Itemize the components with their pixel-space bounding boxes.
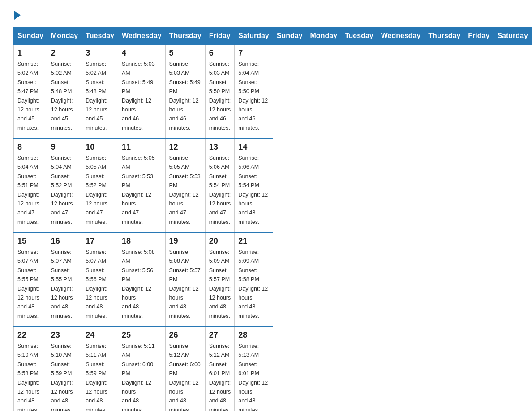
calendar-cell: 26 Sunrise: 5:12 AMSunset: 6:00 PMDaylig… bbox=[165, 326, 205, 411]
calendar-cell: 6 Sunrise: 5:03 AMSunset: 5:50 PMDayligh… bbox=[205, 45, 235, 139]
calendar-cell: 25 Sunrise: 5:11 AMSunset: 6:00 PMDaylig… bbox=[118, 326, 165, 411]
day-info: Sunrise: 5:06 AMSunset: 5:54 PMDaylight:… bbox=[209, 155, 231, 225]
column-header-saturday: Saturday bbox=[493, 27, 532, 45]
day-info: Sunrise: 5:13 AMSunset: 6:01 PMDaylight:… bbox=[238, 343, 268, 411]
day-info: Sunrise: 5:09 AMSunset: 5:58 PMDaylight:… bbox=[238, 249, 268, 319]
day-info: Sunrise: 5:10 AMSunset: 5:59 PMDaylight:… bbox=[51, 343, 73, 411]
day-info: Sunrise: 5:08 AMSunset: 5:56 PMDaylight:… bbox=[122, 249, 155, 319]
calendar-cell: 17 Sunrise: 5:07 AMSunset: 5:56 PMDaylig… bbox=[82, 232, 118, 326]
column-header-monday: Monday bbox=[306, 27, 341, 45]
day-info: Sunrise: 5:02 AMSunset: 5:48 PMDaylight:… bbox=[86, 61, 107, 131]
calendar-cell: 8 Sunrise: 5:04 AMSunset: 5:51 PMDayligh… bbox=[14, 138, 47, 232]
logo-arrow-icon bbox=[14, 11, 21, 20]
day-number: 18 bbox=[122, 236, 162, 246]
calendar-cell: 28 Sunrise: 5:13 AMSunset: 6:01 PMDaylig… bbox=[235, 326, 273, 411]
column-header-tuesday: Tuesday bbox=[341, 27, 377, 45]
calendar-cell: 11 Sunrise: 5:05 AMSunset: 5:53 PMDaylig… bbox=[118, 138, 165, 232]
day-number: 7 bbox=[238, 48, 269, 58]
day-info: Sunrise: 5:12 AMSunset: 6:00 PMDaylight:… bbox=[169, 343, 201, 411]
day-info: Sunrise: 5:07 AMSunset: 5:55 PMDaylight:… bbox=[51, 249, 73, 319]
calendar-cell: 23 Sunrise: 5:10 AMSunset: 5:59 PMDaylig… bbox=[47, 326, 82, 411]
day-info: Sunrise: 5:05 AMSunset: 5:52 PMDaylight:… bbox=[86, 155, 107, 225]
day-info: Sunrise: 5:11 AMSunset: 6:00 PMDaylight:… bbox=[122, 343, 155, 411]
day-info: Sunrise: 5:08 AMSunset: 5:57 PMDaylight:… bbox=[169, 249, 201, 319]
calendar-cell: 27 Sunrise: 5:12 AMSunset: 6:01 PMDaylig… bbox=[205, 326, 235, 411]
column-header-tuesday: Tuesday bbox=[82, 27, 118, 45]
day-info: Sunrise: 5:03 AMSunset: 5:49 PMDaylight:… bbox=[169, 61, 201, 131]
calendar-cell: 7 Sunrise: 5:04 AMSunset: 5:50 PMDayligh… bbox=[235, 45, 273, 139]
day-info: Sunrise: 5:04 AMSunset: 5:51 PMDaylight:… bbox=[17, 155, 39, 225]
day-info: Sunrise: 5:05 AMSunset: 5:53 PMDaylight:… bbox=[122, 155, 155, 225]
day-number: 8 bbox=[17, 142, 43, 152]
page-header bbox=[13, 9, 519, 18]
day-number: 28 bbox=[238, 330, 269, 340]
calendar-cell: 5 Sunrise: 5:03 AMSunset: 5:49 PMDayligh… bbox=[165, 45, 205, 139]
day-number: 1 bbox=[17, 48, 43, 58]
day-number: 11 bbox=[122, 142, 162, 152]
day-number: 21 bbox=[238, 236, 269, 246]
calendar-cell: 24 Sunrise: 5:11 AMSunset: 5:59 PMDaylig… bbox=[82, 326, 118, 411]
column-header-sunday: Sunday bbox=[14, 27, 47, 45]
column-header-saturday: Saturday bbox=[235, 27, 273, 45]
day-number: 12 bbox=[169, 142, 202, 152]
day-info: Sunrise: 5:10 AMSunset: 5:58 PMDaylight:… bbox=[17, 343, 39, 411]
day-number: 6 bbox=[209, 48, 231, 58]
day-info: Sunrise: 5:06 AMSunset: 5:54 PMDaylight:… bbox=[238, 155, 268, 225]
calendar-cell: 3 Sunrise: 5:02 AMSunset: 5:48 PMDayligh… bbox=[82, 45, 118, 139]
calendar-header-row: SundayMondayTuesdayWednesdayThursdayFrid… bbox=[14, 27, 532, 45]
calendar-cell: 1 Sunrise: 5:02 AMSunset: 5:47 PMDayligh… bbox=[14, 45, 47, 139]
day-number: 24 bbox=[86, 330, 114, 340]
calendar-cell: 13 Sunrise: 5:06 AMSunset: 5:54 PMDaylig… bbox=[205, 138, 235, 232]
day-info: Sunrise: 5:04 AMSunset: 5:50 PMDaylight:… bbox=[238, 61, 268, 131]
column-header-monday: Monday bbox=[47, 27, 82, 45]
column-header-thursday: Thursday bbox=[425, 27, 464, 45]
calendar-cell: 12 Sunrise: 5:05 AMSunset: 5:53 PMDaylig… bbox=[165, 138, 205, 232]
column-header-sunday: Sunday bbox=[273, 27, 306, 45]
day-info: Sunrise: 5:07 AMSunset: 5:55 PMDaylight:… bbox=[17, 249, 39, 319]
day-number: 19 bbox=[169, 236, 202, 246]
calendar-cell: 2 Sunrise: 5:02 AMSunset: 5:48 PMDayligh… bbox=[47, 45, 82, 139]
calendar-week-row: 1 Sunrise: 5:02 AMSunset: 5:47 PMDayligh… bbox=[14, 45, 532, 139]
calendar-week-row: 15 Sunrise: 5:07 AMSunset: 5:55 PMDaylig… bbox=[14, 232, 532, 326]
day-number: 13 bbox=[209, 142, 231, 152]
column-header-friday: Friday bbox=[205, 27, 235, 45]
day-number: 26 bbox=[169, 330, 202, 340]
column-header-friday: Friday bbox=[464, 27, 493, 45]
day-number: 25 bbox=[122, 330, 162, 340]
logo bbox=[13, 9, 21, 18]
day-info: Sunrise: 5:12 AMSunset: 6:01 PMDaylight:… bbox=[209, 343, 231, 411]
calendar-week-row: 8 Sunrise: 5:04 AMSunset: 5:51 PMDayligh… bbox=[14, 138, 532, 232]
day-info: Sunrise: 5:02 AMSunset: 5:47 PMDaylight:… bbox=[17, 61, 39, 131]
day-number: 22 bbox=[17, 330, 43, 340]
day-number: 20 bbox=[209, 236, 231, 246]
column-header-wednesday: Wednesday bbox=[118, 27, 165, 45]
day-info: Sunrise: 5:11 AMSunset: 5:59 PMDaylight:… bbox=[86, 343, 107, 411]
calendar-cell: 14 Sunrise: 5:06 AMSunset: 5:54 PMDaylig… bbox=[235, 138, 273, 232]
calendar-cell: 20 Sunrise: 5:09 AMSunset: 5:57 PMDaylig… bbox=[205, 232, 235, 326]
day-number: 9 bbox=[51, 142, 78, 152]
calendar-cell: 10 Sunrise: 5:05 AMSunset: 5:52 PMDaylig… bbox=[82, 138, 118, 232]
day-number: 3 bbox=[86, 48, 114, 58]
calendar-cell: 18 Sunrise: 5:08 AMSunset: 5:56 PMDaylig… bbox=[118, 232, 165, 326]
calendar-cell: 19 Sunrise: 5:08 AMSunset: 5:57 PMDaylig… bbox=[165, 232, 205, 326]
column-header-wednesday: Wednesday bbox=[377, 27, 425, 45]
day-number: 10 bbox=[86, 142, 114, 152]
day-number: 2 bbox=[51, 48, 78, 58]
day-info: Sunrise: 5:04 AMSunset: 5:52 PMDaylight:… bbox=[51, 155, 73, 225]
day-info: Sunrise: 5:03 AMSunset: 5:50 PMDaylight:… bbox=[209, 61, 231, 131]
day-info: Sunrise: 5:03 AMSunset: 5:49 PMDaylight:… bbox=[122, 61, 155, 131]
column-header-thursday: Thursday bbox=[165, 27, 205, 45]
day-info: Sunrise: 5:09 AMSunset: 5:57 PMDaylight:… bbox=[209, 249, 231, 319]
day-info: Sunrise: 5:05 AMSunset: 5:53 PMDaylight:… bbox=[169, 155, 201, 225]
day-number: 16 bbox=[51, 236, 78, 246]
calendar-cell: 16 Sunrise: 5:07 AMSunset: 5:55 PMDaylig… bbox=[47, 232, 82, 326]
calendar-cell: 21 Sunrise: 5:09 AMSunset: 5:58 PMDaylig… bbox=[235, 232, 273, 326]
day-number: 27 bbox=[209, 330, 231, 340]
day-number: 23 bbox=[51, 330, 78, 340]
day-number: 15 bbox=[17, 236, 43, 246]
day-number: 5 bbox=[169, 48, 202, 58]
calendar-cell: 15 Sunrise: 5:07 AMSunset: 5:55 PMDaylig… bbox=[14, 232, 47, 326]
day-info: Sunrise: 5:07 AMSunset: 5:56 PMDaylight:… bbox=[86, 249, 107, 319]
calendar-cell: 9 Sunrise: 5:04 AMSunset: 5:52 PMDayligh… bbox=[47, 138, 82, 232]
day-number: 14 bbox=[238, 142, 269, 152]
